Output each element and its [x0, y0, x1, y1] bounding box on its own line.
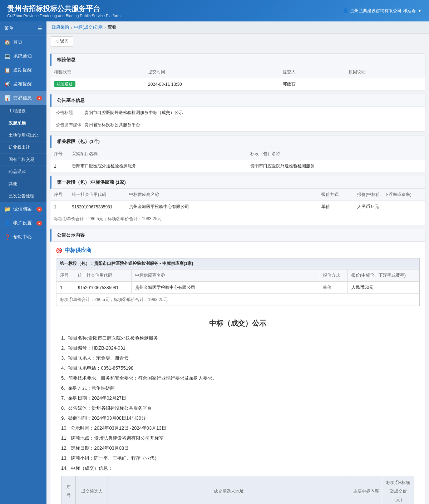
related-lots-table: 序号 采购项目名称 标段（包）名称 1 贵阳市口腔医院外送检验检测服务 贵阳市口…	[50, 148, 425, 172]
wl-col-company: 中标供应商名称	[125, 189, 318, 201]
sidebar-item-state-equity[interactable]: 国有产权交易	[0, 154, 46, 166]
it-col-price: 报价(中标价、下浮率或费率)	[348, 270, 419, 282]
account-badge: ●	[36, 221, 42, 226]
sidebar-item-label: 首页	[13, 39, 23, 45]
body-line-5: 5、简要技术要求、服务和安全要求：符合国家行业现行要求及采购人要求。	[61, 374, 414, 383]
breadcrumb-item-1[interactable]: 政府采购	[52, 24, 69, 30]
sidebar-item-notify[interactable]: 💻 系统通知	[0, 49, 46, 63]
sidebar-item-mining[interactable]: 矿业权出让	[0, 142, 46, 154]
wl-seq: 1	[50, 201, 68, 213]
engineering-label: 工程建设	[9, 108, 26, 113]
sidebar-item-integrity[interactable]: 📁 诚信档案 ●	[0, 202, 46, 216]
sidebar-item-land-use[interactable]: 土地使用权出让	[0, 129, 46, 142]
inner-table-container: 第一标段（包）：贵阳市口腔医院外送检验检测服务 - 中标供应商(1家) 序号 统…	[56, 258, 420, 306]
body-line-2: 2、项目编号：HDZB-2024-031	[61, 344, 414, 353]
basic-info-value-media: 贵州省招标投标公共服务平台	[84, 122, 140, 128]
other-label: 其他	[9, 181, 17, 186]
sidebar-item-label: 帐户设置	[13, 220, 32, 226]
related-lots-title: 相关标段（包）(1个)	[50, 135, 425, 148]
sidebar-item-publish-alert[interactable]: 📢 发布提醒	[0, 77, 46, 91]
inner-table-header: 第一标段（包）：贵阳市口腔医院外送检验检测服务 - 中标供应商(1家)	[56, 258, 419, 269]
sidebar-item-other[interactable]: 其他	[0, 178, 46, 190]
announcement-main-title: 中标（成交）公示	[56, 311, 420, 333]
body-line-12: 12、定标日期：2024年03月08日	[61, 444, 414, 453]
breadcrumb-sep2: ›	[104, 25, 106, 30]
audit-col-reason: 原因说明	[345, 66, 425, 78]
sidebar-item-bid-alert[interactable]: 📋 逾期提醒	[0, 63, 46, 77]
it-col-code: 统一社会信用代码	[74, 270, 132, 282]
header: 贵州省招标投标公共服务平台 GuiZhou Province Tendering…	[0, 0, 429, 21]
sidebar-item-label: 发布提醒	[13, 81, 32, 87]
sidebar-item-account[interactable]: 👤 帐户设置 ●	[0, 216, 46, 230]
bell-icon: 📢	[4, 81, 10, 87]
site-subtitle: GuiZhou Province Tendering and Bidding P…	[7, 14, 120, 18]
basic-info-label-media: 公告发布媒体	[56, 122, 84, 128]
user-info[interactable]: 👤 贵州弘典建设咨询有限公司-邓廷蓉 ▼	[343, 8, 422, 14]
ct-col-address: 成交候选人地址	[108, 476, 350, 504]
basic-info-row-media: 公告发布媒体 贵州省招标投标公共服务平台	[50, 119, 425, 131]
it-price: 人民币50元	[348, 282, 419, 294]
sidebar-item-home[interactable]: 🏠 首页	[0, 35, 46, 49]
table-row: 1 贵阳市口腔医院外送检验检测服务 贵阳市口腔医院外送检验检测服务	[50, 160, 425, 172]
winner-sub-note-row: 标项①单价合计：286.5元；标项②单价合计：1983.25元	[50, 213, 425, 225]
menu-label: 菜单	[4, 25, 14, 31]
audit-col-status: 核验状态	[50, 66, 144, 78]
published-label: 已发公告处理	[9, 193, 34, 198]
it-code: 91520100675385981	[74, 282, 132, 294]
wl-col-code: 统一社会信用代码	[68, 189, 125, 201]
sidebar-item-published[interactable]: 已发公告处理	[0, 190, 46, 202]
body-line-9: 9、磋商时间：2024年03月08日14时30分	[61, 414, 414, 423]
basic-info-row-title: 公告标题 贵阳市口腔医院外送检验检测服务中标（成交）公示	[50, 107, 425, 119]
main-content: 政府采购 › 中标(成交)公示 › 查看 ◁ 返回 核验信息 核验状态 提交时间…	[46, 21, 429, 504]
basic-info-title: 公告基本信息	[50, 94, 425, 107]
lot-project-name: 贵阳市口腔医院外送检验检测服务	[68, 160, 247, 172]
user-icon: 👤	[343, 8, 348, 13]
state-equity-label: 国有产权交易	[9, 157, 34, 162]
body-line-1: 1、项目名称:贵阳市口腔医院外送检验检测服务	[61, 333, 414, 343]
sidebar-item-label: 逾期提醒	[13, 67, 32, 73]
dropdown-icon[interactable]: ▼	[418, 8, 422, 13]
sidebar-item-gov-purchase[interactable]: 政府采购	[0, 117, 46, 129]
wl-col-method: 报价方式	[318, 189, 354, 201]
audit-status-badge: 核验通过	[54, 81, 75, 87]
sidebar: 菜单 ☰ 🏠 首页 💻 系统通知 📋 逾期提醒 📢 发布提醒 📊 交易信息 ● …	[0, 21, 46, 504]
wl-code: 91520100675385981	[68, 201, 125, 213]
announcement-section-title: 公告公示内容	[50, 229, 425, 242]
breadcrumb-item-2[interactable]: 中标(成交)公示	[74, 24, 103, 30]
audit-submitter-cell: 邓廷蓉	[279, 78, 345, 90]
chart-icon: 📊	[4, 95, 10, 101]
col-seq: 序号	[50, 148, 68, 160]
col-lot: 标段（包）名称	[247, 148, 425, 160]
table-row: 1 91520100675385981 贵州金城医学检验中心有限公司 单价 人民…	[50, 201, 425, 213]
breadcrumb-current: 查看	[108, 24, 116, 30]
announcement-box: 🎯 中标供应商 第一标段（包）：贵阳市口腔医院外送检验检测服务 - 中标供应商(…	[50, 242, 425, 504]
username: 贵州弘典建设咨询有限公司-邓廷蓉	[350, 8, 416, 14]
winner-label: 中标供应商	[65, 247, 92, 254]
sidebar-item-help[interactable]: ❓ 帮助中心	[0, 230, 46, 244]
menu-toggle-icon[interactable]: ☰	[38, 26, 42, 31]
sidebar-menu-header: 菜单 ☰	[0, 21, 46, 35]
winner-lot1-table: 序号 统一社会信用代码 中标供应商名称 报价方式 报价(中标价、下浮率或费率) …	[50, 189, 425, 225]
target-icon: 🎯	[56, 247, 63, 254]
sidebar-item-engineering[interactable]: 工程建设	[0, 105, 46, 117]
lot-name: 贵阳市口腔医院外送检验检测服务	[247, 160, 425, 172]
it-seq: 1	[56, 282, 74, 294]
sidebar-item-transaction[interactable]: 📊 交易信息 ●	[0, 91, 46, 105]
it-col-seq: 序号	[56, 270, 74, 282]
sidebar-item-label: 诚信档案	[13, 206, 32, 212]
contract-table: 序号 成交候选人 成交候选人地址 主要中标内容 标项①+标项②成交价（元） 1 …	[61, 476, 414, 504]
help-icon: ❓	[4, 234, 10, 240]
body-line-6: 6、采购方式：竞争性磋商	[61, 384, 414, 393]
sidebar-item-drug[interactable]: 药品采购	[0, 166, 46, 178]
logo: 贵州省招标投标公共服务平台 GuiZhou Province Tendering…	[7, 4, 120, 18]
transaction-badge: ●	[36, 96, 42, 100]
sidebar-item-label: 交易信息	[13, 95, 32, 101]
ct-col-candidate: 成交候选人	[76, 476, 108, 504]
it-method: 单价	[319, 282, 348, 294]
back-button[interactable]: ◁ 返回	[50, 36, 73, 47]
related-lots-section: 相关标段（包）(1个) 序号 采购项目名称 标段（包）名称 1 贵阳市口腔医院外…	[50, 135, 425, 172]
ct-col-price: 标项①+标项②成交价（元）	[382, 476, 414, 504]
table-row: 1 91520100675385981 贵州金城医学检验中心有限公司 单价 人民…	[56, 282, 419, 294]
lot-seq: 1	[50, 160, 68, 172]
gov-purchase-label: 政府采购	[9, 120, 26, 125]
